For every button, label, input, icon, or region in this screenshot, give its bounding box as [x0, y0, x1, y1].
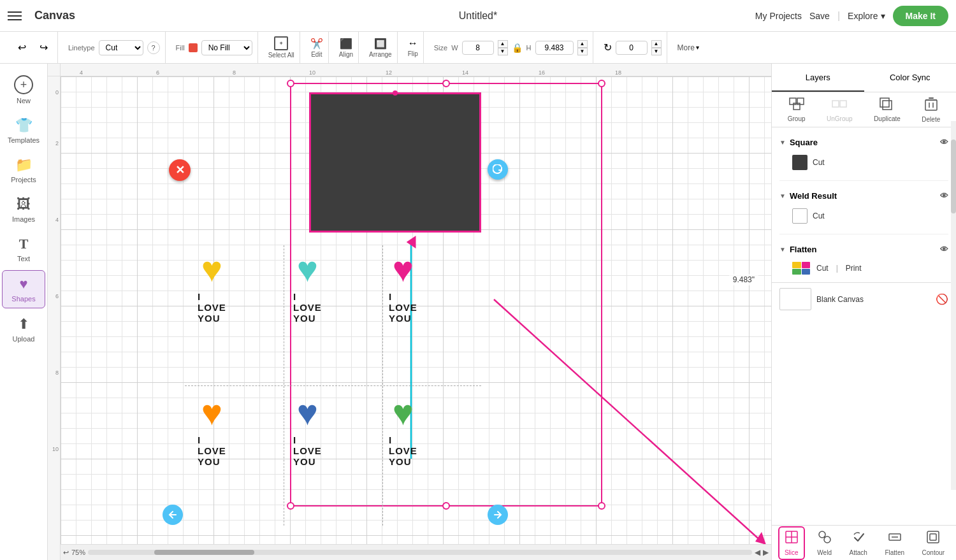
arrange-button[interactable]: 🔲 Arrange — [369, 38, 392, 58]
selection-box — [290, 83, 602, 506]
layer-item-weld-cut[interactable]: Cut — [779, 205, 948, 227]
sidebar-item-shapes[interactable]: ♥ Shapes — [2, 270, 45, 308]
layer-header-weld[interactable]: ▼ Weld Result 👁 — [779, 187, 948, 205]
chevron-icon: ▼ — [779, 139, 786, 146]
handle-tr[interactable] — [598, 80, 605, 87]
width-up-button[interactable]: ▲ — [498, 40, 508, 48]
more-button[interactable]: More ▾ — [677, 43, 699, 52]
zoom-info: ↩ 75% — [63, 549, 85, 557]
my-projects-button[interactable]: My Projects — [755, 11, 802, 21]
chevron-icon: ▼ — [779, 246, 786, 253]
visibility-toggle-flatten[interactable]: 👁 — [940, 245, 948, 254]
horizontal-scrollbar[interactable]: ↩ 75% ◀ ▶ — [61, 544, 771, 560]
linetype-select[interactable]: Cut — [99, 40, 143, 55]
vertical-scrollbar[interactable] — [951, 121, 956, 490]
height-down-button[interactable]: ▼ — [577, 48, 588, 55]
toolbar: ↩ ↪ Linetype Cut ? Fill No Fill + Select… — [0, 32, 956, 64]
layer-header-flatten[interactable]: ▼ Flatten 👁 — [779, 241, 948, 258]
left-sidebar: + New 👕 Templates 📁 Projects 🖼 Images T … — [0, 64, 48, 560]
handle-bl[interactable] — [287, 502, 294, 510]
canvas-area[interactable]: 4 6 8 10 12 14 16 18 0 2 4 6 8 10 — [48, 64, 771, 560]
heart-2: ♥ I LOVE YOU — [293, 252, 322, 324]
width-input[interactable] — [462, 41, 494, 55]
scroll-right-btn[interactable]: ▶ — [763, 548, 769, 557]
size-indicator: 9.483" — [729, 274, 758, 285]
handle-bm[interactable] — [442, 502, 450, 510]
explore-button[interactable]: Explore ▾ — [848, 11, 885, 21]
undo-button[interactable]: ↩ — [13, 39, 31, 57]
h-label: H — [526, 44, 532, 52]
panel-toolbar: Group UnGroup Duplicate — [772, 92, 956, 127]
sidebar-item-text[interactable]: T Text — [2, 231, 45, 268]
attach-button[interactable]: Attach — [844, 528, 873, 559]
svg-rect-8 — [832, 101, 839, 107]
sidebar-item-templates[interactable]: 👕 Templates — [2, 112, 45, 149]
make-it-button[interactable]: Make It — [893, 6, 948, 26]
vertical-ruler: 0 2 4 6 8 10 — [48, 76, 61, 560]
layer-item-square-cut[interactable]: Cut — [779, 151, 948, 174]
edit-button[interactable]: ✂️ Edit — [310, 38, 323, 58]
ruler-corner — [48, 64, 61, 76]
save-button[interactable]: Save — [809, 11, 830, 21]
fill-color-swatch[interactable] — [189, 43, 198, 52]
bottom-handle-left[interactable] — [163, 505, 183, 525]
rotate-up-button[interactable]: ▲ — [651, 40, 662, 48]
svg-rect-11 — [880, 98, 889, 107]
contour-button[interactable]: Contour — [917, 528, 950, 559]
h-scrollbar-thumb[interactable] — [154, 550, 254, 555]
redo-button[interactable]: ↪ — [34, 39, 52, 57]
brand-logo: Canvas — [34, 9, 75, 22]
fill-select[interactable]: No Fill — [201, 40, 252, 55]
svg-rect-25 — [930, 534, 936, 540]
height-up-button[interactable]: ▲ — [577, 40, 588, 48]
question-icon[interactable]: ? — [147, 41, 160, 54]
tab-color-sync[interactable]: Color Sync — [864, 64, 957, 92]
delete-button[interactable]: Delete — [916, 94, 945, 126]
ungroup-button[interactable]: UnGroup — [822, 95, 858, 125]
layer-header-square[interactable]: ▼ Square 👁 — [779, 134, 948, 151]
chevron-down-icon: ▾ — [881, 11, 885, 21]
right-panel: Layers Color Sync Group UnGro — [771, 64, 956, 560]
flatten-button[interactable]: Flatten — [880, 528, 909, 559]
duplicate-button[interactable]: Duplicate — [869, 95, 906, 125]
heart-4: ♥ I LOVE YOU — [198, 395, 226, 467]
sidebar-item-new[interactable]: + New — [2, 70, 45, 110]
width-down-button[interactable]: ▼ — [498, 48, 508, 55]
sidebar-item-projects[interactable]: 📁 Projects — [2, 152, 45, 189]
select-all-button[interactable]: + Select All — [268, 36, 294, 59]
group-button[interactable]: Group — [783, 95, 811, 125]
rotate-icon: ↻ — [604, 41, 612, 54]
bottom-actions: Slice Weld Attach Flatten — [772, 525, 956, 560]
height-input[interactable] — [535, 41, 574, 55]
align-button[interactable]: ⬛ Align — [339, 38, 353, 58]
visibility-toggle-canvas[interactable]: 🚫 — [936, 293, 948, 305]
svg-rect-12 — [925, 100, 937, 110]
layer-item-flatten[interactable]: Cut | Print — [779, 258, 948, 278]
heart-1: ♥ I LOVE YOU — [198, 252, 226, 324]
hamburger-menu[interactable] — [8, 11, 22, 20]
top-nav: Canvas Untitled* My Projects Save | Expl… — [0, 0, 956, 32]
layers-content: ▼ Square 👁 Cut ▼ Weld Result 👁 — [772, 127, 956, 525]
bottom-handle-right[interactable] — [488, 505, 508, 525]
rotate-input[interactable] — [616, 41, 648, 55]
sidebar-item-upload[interactable]: ⬆ Upload — [2, 311, 45, 348]
delete-object-button[interactable]: ✕ — [169, 159, 191, 181]
handle-tl[interactable] — [287, 80, 294, 87]
horizontal-ruler: 4 6 8 10 12 14 16 18 — [61, 64, 771, 76]
h-scrollbar-track[interactable] — [88, 550, 752, 555]
v-scrollbar-thumb[interactable] — [951, 140, 956, 213]
handle-br[interactable] — [598, 502, 605, 510]
tab-layers[interactable]: Layers — [772, 64, 864, 92]
rotate-down-button[interactable]: ▼ — [651, 48, 662, 55]
canvas-content: ✕ — [61, 76, 771, 544]
scroll-left-btn[interactable]: ◀ — [755, 548, 760, 557]
visibility-toggle-weld[interactable]: 👁 — [940, 191, 948, 201]
weld-button[interactable]: Weld — [812, 528, 837, 559]
slice-button[interactable]: Slice — [778, 526, 805, 560]
handle-tm[interactable] — [442, 80, 450, 87]
blank-canvas-row: Blank Canvas 🚫 — [772, 282, 956, 315]
divider — [779, 180, 948, 181]
visibility-toggle-square[interactable]: 👁 — [940, 138, 948, 147]
sidebar-item-images[interactable]: 🖼 Images — [2, 191, 45, 228]
flip-button[interactable]: ↔️ Flip — [408, 38, 418, 57]
